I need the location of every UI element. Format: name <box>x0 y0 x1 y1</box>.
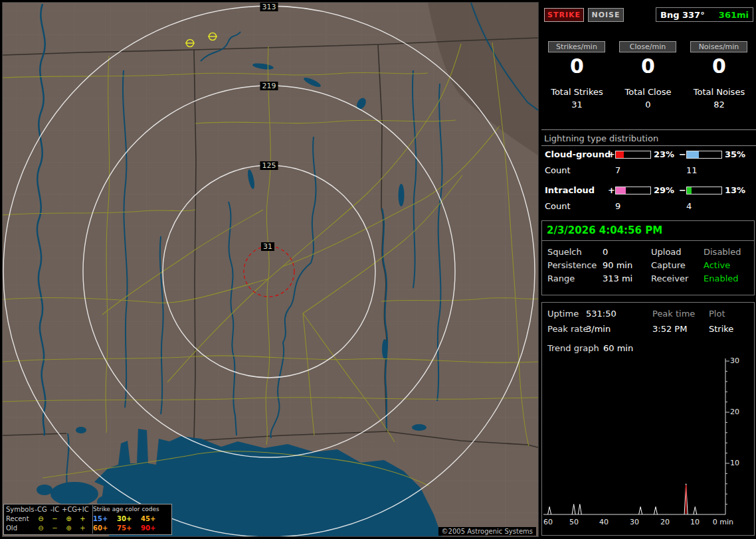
x-tick-label: 60 <box>543 518 553 526</box>
capture-value: Active <box>704 260 730 270</box>
upload-label: Upload <box>651 247 682 257</box>
recent-neg-ic-icon: − <box>48 515 62 522</box>
copyright-text: ©2005 Astrogenic Systems <box>438 527 536 536</box>
legend-recent-label: Recent <box>6 515 34 522</box>
legend-recent-row: Recent ⊖ − ⊕ + 15+ 30+ 45+ <box>4 514 171 523</box>
total-close-label: Total Close <box>613 87 684 97</box>
range-value: 313 mi <box>603 273 632 283</box>
x-tick-label: 50 <box>569 518 579 526</box>
status-panel: 2/3/2026 4:04:56 PM Squelch 0 Upload Dis… <box>541 220 755 295</box>
total-close-value: 0 <box>613 100 684 110</box>
legend-header-row: Symbols -CG -IC +CG +IC Strike age color… <box>4 504 171 514</box>
stats-panel: Uptime 531:50 Peak time Plot Peak rate 3… <box>541 302 755 536</box>
old-neg-ic-icon: − <box>48 524 62 532</box>
squelch-label: Squelch <box>547 247 582 257</box>
plus-count: 9 <box>615 201 620 211</box>
legend-symbols-header: Symbols <box>6 506 34 513</box>
legend-col-neg-ic: -IC <box>48 506 62 513</box>
datetime-display: 2/3/2026 4:04:56 PM <box>542 221 754 241</box>
minus-gauge <box>686 151 722 159</box>
trend-window-value: 60 min <box>603 343 633 353</box>
dist-type-label: Intracloud <box>545 185 595 195</box>
x-tick-label: 30 <box>630 518 639 526</box>
noises-per-min-button[interactable]: Noises/min <box>690 41 747 52</box>
capture-label: Capture <box>651 260 686 270</box>
trend-chart: 30 20 10 60 50 40 30 20 10 0 min <box>543 358 752 535</box>
plus-pct: 29% <box>654 185 674 195</box>
intracloud-count-row: Count 9 4 <box>541 201 756 213</box>
upload-value: Disabled <box>704 247 741 257</box>
peak-rate-label: Peak rate <box>547 324 588 334</box>
range-ring-label: 219 <box>260 82 278 90</box>
age-code: 30+ <box>114 515 138 522</box>
receiver-label: Receiver <box>651 273 688 283</box>
x-tick-label: 40 <box>599 518 609 526</box>
count-label: Count <box>545 201 571 211</box>
cloud-ground-row: Cloud-ground + 23% − 35% <box>541 149 756 161</box>
legend-col-neg-cg: -CG <box>34 506 48 513</box>
divider <box>541 129 756 130</box>
map-legend: Symbols -CG -IC +CG +IC Strike age color… <box>3 504 172 535</box>
age-code: 60+ <box>90 524 114 532</box>
peak-time-value: 3:52 PM <box>652 324 687 334</box>
close-per-min-value: 0 <box>613 55 684 78</box>
minus-sign: − <box>679 149 686 159</box>
total-noises-label: Total Noises <box>684 87 755 97</box>
legend-col-pos-ic: +IC <box>76 506 90 513</box>
uptime-value: 531:50 <box>586 309 616 319</box>
range-ring-label: 313 <box>260 3 278 11</box>
persistence-label: Persistence <box>547 260 597 270</box>
x-tick-label: 20 <box>660 518 670 526</box>
cloud-ground-count-row: Count 7 11 <box>541 165 756 177</box>
dist-type-label: Cloud-ground <box>545 149 611 159</box>
persistence-value: 90 min <box>603 260 632 270</box>
minus-gauge <box>686 187 722 194</box>
plus-gauge <box>615 151 651 159</box>
plot-label: Plot <box>709 309 725 319</box>
legend-divider <box>92 505 93 534</box>
divider <box>541 145 756 146</box>
receiver-value: Enabled <box>704 273 739 283</box>
age-code: 45+ <box>138 515 161 522</box>
x-tick-label: 10 <box>690 518 700 526</box>
recent-neg-cg-icon: ⊖ <box>34 515 48 522</box>
plus-sign: + <box>608 149 615 159</box>
plus-count: 7 <box>615 165 620 175</box>
y-tick-label: 10 <box>730 459 739 467</box>
plot-value: Strike <box>709 324 733 334</box>
strikes-per-min-button[interactable]: Strikes/min <box>548 41 605 52</box>
legend-col-pos-cg: +CG <box>62 506 76 513</box>
x-tick-label: 0 min <box>713 518 733 526</box>
close-per-min-button[interactable]: Close/min <box>619 41 676 52</box>
minus-sign: − <box>679 185 686 195</box>
noise-indicator-button[interactable]: NOISE <box>588 8 624 22</box>
old-pos-ic-icon: + <box>76 524 90 532</box>
plus-pct: 23% <box>654 149 674 159</box>
old-pos-cg-icon: ⊕ <box>62 524 76 532</box>
minus-count: 4 <box>686 201 692 211</box>
age-code: 75+ <box>114 524 138 532</box>
uptime-label: Uptime <box>547 309 579 319</box>
range-label: Range <box>547 273 575 283</box>
age-code: 90+ <box>138 524 161 532</box>
trend-graph-label: Trend graph <box>547 343 599 353</box>
old-neg-cg-icon: ⊖ <box>34 524 48 532</box>
minus-pct: 13% <box>725 185 745 195</box>
recent-pos-ic-icon: + <box>76 515 90 522</box>
plus-gauge <box>615 187 651 194</box>
lightning-map[interactable]: 313 219 125 31 Symbols -CG -IC +CG +IC S… <box>2 2 539 537</box>
minus-count: 11 <box>686 165 698 175</box>
total-strikes-value: 31 <box>541 100 613 110</box>
strikes-per-min-value: 0 <box>541 55 613 78</box>
range-ring-label: 31 <box>261 242 274 251</box>
strike-indicator-button[interactable]: STRIKE <box>544 8 584 22</box>
legend-old-label: Old <box>6 524 34 532</box>
intracloud-row: Intracloud + 29% − 13% <box>541 185 756 197</box>
bearing-box: Bng 337° 361mi <box>656 7 753 22</box>
y-tick-label: 30 <box>730 356 739 365</box>
nexstorm-window: 313 219 125 31 Symbols -CG -IC +CG +IC S… <box>0 0 756 539</box>
total-noises-value: 82 <box>684 100 755 110</box>
y-tick-label: 20 <box>730 408 739 416</box>
age-code: 15+ <box>90 515 114 522</box>
sidebar: STRIKE NOISE Bng 337° 361mi Strikes/min … <box>541 0 756 539</box>
